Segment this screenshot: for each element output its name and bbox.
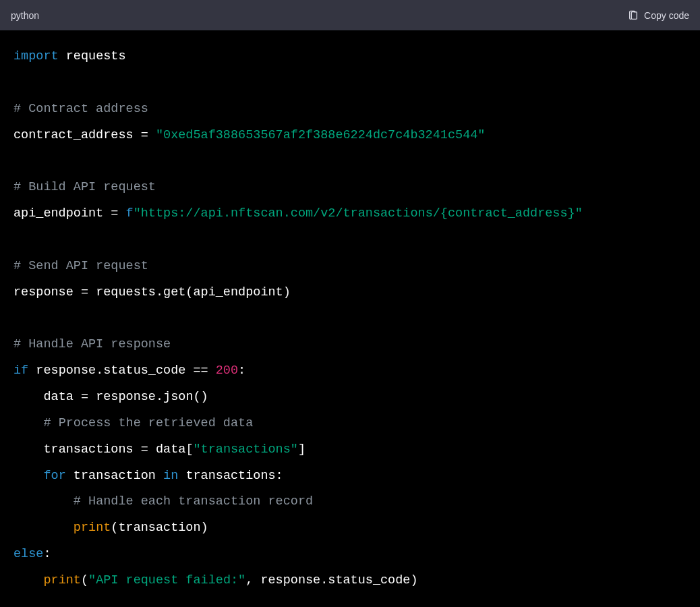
indent bbox=[13, 416, 43, 430]
identifier: transactions bbox=[43, 442, 133, 457]
indent bbox=[13, 521, 74, 535]
call-expression: response.json() bbox=[96, 390, 208, 404]
operator: = bbox=[134, 442, 156, 457]
code-content: import requests # Contract address contr… bbox=[0, 30, 700, 607]
operator: = bbox=[74, 390, 96, 404]
colon: : bbox=[238, 364, 245, 378]
comment: # Build API request bbox=[13, 180, 156, 194]
loop-var: transaction bbox=[66, 469, 163, 483]
keyword-if: if bbox=[13, 364, 28, 378]
keyword-in: in bbox=[163, 469, 178, 483]
f-prefix: f bbox=[126, 206, 134, 221]
function-call: print bbox=[43, 573, 81, 587]
comment: # Contract address bbox=[13, 102, 148, 116]
keyword-else: else bbox=[13, 547, 43, 561]
keyword-import: import bbox=[13, 49, 59, 63]
code-block-header: python Copy code bbox=[0, 0, 700, 30]
number-literal: 200 bbox=[216, 364, 238, 378]
function-call: print bbox=[74, 521, 111, 535]
identifier: api_endpoint bbox=[13, 206, 103, 221]
copy-code-button[interactable]: Copy code bbox=[628, 10, 689, 21]
comment: # Send API request bbox=[13, 259, 148, 273]
copy-code-label: Copy code bbox=[644, 10, 689, 21]
indent bbox=[13, 573, 43, 587]
operator: = bbox=[74, 285, 96, 299]
colon: : bbox=[276, 469, 283, 483]
operator: = bbox=[134, 128, 156, 142]
string-literal: "transactions" bbox=[193, 442, 297, 457]
keyword-for: for bbox=[43, 469, 65, 483]
comment: # Process the retrieved data bbox=[43, 416, 253, 430]
comment: # Handle each transaction record bbox=[74, 494, 313, 509]
condition: response.status_code == bbox=[28, 364, 216, 378]
args: , response.status_code) bbox=[245, 573, 417, 587]
indent bbox=[13, 442, 43, 457]
operator: = bbox=[103, 206, 125, 221]
iterable: transactions bbox=[178, 469, 275, 483]
identifier: data bbox=[43, 390, 73, 404]
args: (transaction) bbox=[111, 521, 208, 535]
comment: # Handle API response bbox=[13, 337, 171, 351]
string-literal: "0xed5af388653567af2f388e6224dc7c4b3241c… bbox=[156, 128, 485, 142]
colon: : bbox=[43, 547, 51, 561]
indent bbox=[13, 390, 43, 404]
expr: ] bbox=[298, 442, 305, 457]
module-name: requests bbox=[66, 49, 126, 63]
indent bbox=[13, 469, 43, 483]
expr: data[ bbox=[156, 442, 194, 457]
identifier: response bbox=[13, 285, 74, 299]
svg-rect-0 bbox=[631, 11, 637, 19]
indent bbox=[13, 494, 74, 509]
clipboard-icon bbox=[628, 10, 639, 21]
language-label: python bbox=[11, 10, 39, 21]
string-literal: "https://api.nftscan.com/v2/transactions… bbox=[134, 206, 583, 221]
paren: ( bbox=[81, 573, 88, 587]
call-expression: requests.get(api_endpoint) bbox=[96, 285, 291, 299]
identifier: contract_address bbox=[13, 128, 134, 142]
string-literal: "API request failed:" bbox=[88, 573, 245, 587]
